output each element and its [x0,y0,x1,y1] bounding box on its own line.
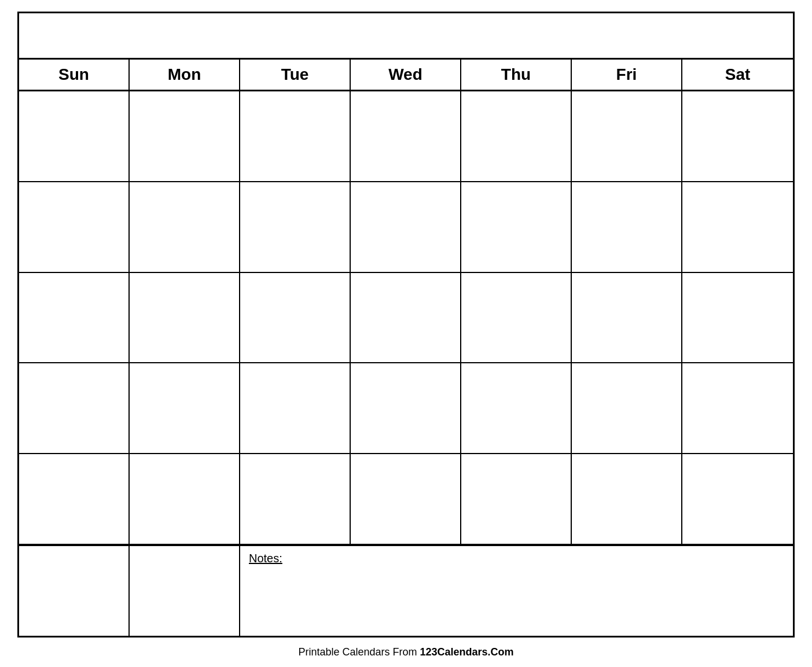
day-cell[interactable] [351,182,461,272]
day-cell[interactable] [19,91,130,181]
week-row-1 [19,91,793,182]
day-cell[interactable] [240,91,351,181]
day-cell[interactable] [572,182,682,272]
notes-empty-cell-1 [19,546,130,636]
footer-text-normal: Printable Calendars From [298,646,420,658]
calendar-title-row [19,13,793,60]
header-sun: Sun [19,60,130,90]
day-cell[interactable] [461,273,572,363]
day-cell[interactable] [130,182,240,272]
week-row-4 [19,363,793,454]
day-cell[interactable] [240,454,351,544]
footer-text-bold: 123Calendars.Com [420,646,514,658]
header-fri: Fri [572,60,682,90]
day-cell[interactable] [351,454,461,544]
week-row-3 [19,273,793,364]
day-cell[interactable] [130,454,240,544]
day-cell[interactable] [240,182,351,272]
day-cell[interactable] [19,182,130,272]
day-cell[interactable] [461,91,572,181]
notes-row: Notes: [19,545,793,636]
header-sat: Sat [682,60,793,90]
calendar-grid: Sun Mon Tue Wed Thu Fri Sat [19,60,793,636]
header-mon: Mon [130,60,240,90]
calendar-weeks: Notes: [19,91,793,636]
day-cell[interactable] [19,454,130,544]
notes-empty-cell-2 [130,546,240,636]
day-cell[interactable] [130,363,240,453]
day-cell[interactable] [351,363,461,453]
week-row-5 [19,454,793,545]
day-cell[interactable] [682,454,793,544]
day-cell[interactable] [130,273,240,363]
notes-label: Notes: [249,552,282,565]
day-cell[interactable] [682,182,793,272]
day-cell[interactable] [240,273,351,363]
day-cell[interactable] [572,91,682,181]
day-headers: Sun Mon Tue Wed Thu Fri Sat [19,60,793,91]
day-cell[interactable] [351,91,461,181]
day-cell[interactable] [572,363,682,453]
footer: Printable Calendars From 123Calendars.Co… [298,643,513,661]
day-cell[interactable] [572,454,682,544]
calendar-container: Sun Mon Tue Wed Thu Fri Sat [17,12,795,637]
week-row-2 [19,182,793,273]
day-cell[interactable] [240,363,351,453]
page-wrapper: Sun Mon Tue Wed Thu Fri Sat [0,0,812,667]
day-cell[interactable] [461,454,572,544]
header-tue: Tue [240,60,351,90]
header-wed: Wed [351,60,461,90]
day-cell[interactable] [461,363,572,453]
header-thu: Thu [461,60,572,90]
day-cell[interactable] [682,363,793,453]
notes-content-cell[interactable]: Notes: [240,546,793,636]
day-cell[interactable] [130,91,240,181]
day-cell[interactable] [682,91,793,181]
day-cell[interactable] [682,273,793,363]
day-cell[interactable] [19,363,130,453]
day-cell[interactable] [572,273,682,363]
day-cell[interactable] [351,273,461,363]
day-cell[interactable] [19,273,130,363]
day-cell[interactable] [461,182,572,272]
